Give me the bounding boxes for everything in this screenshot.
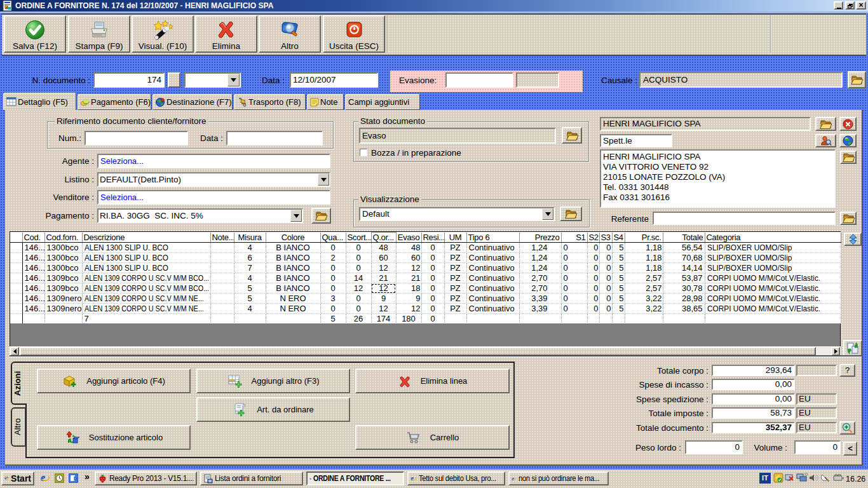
svg-text:e: e [512, 475, 514, 481]
svg-text:e: e [41, 473, 45, 483]
svg-text:e: e [411, 475, 414, 482]
